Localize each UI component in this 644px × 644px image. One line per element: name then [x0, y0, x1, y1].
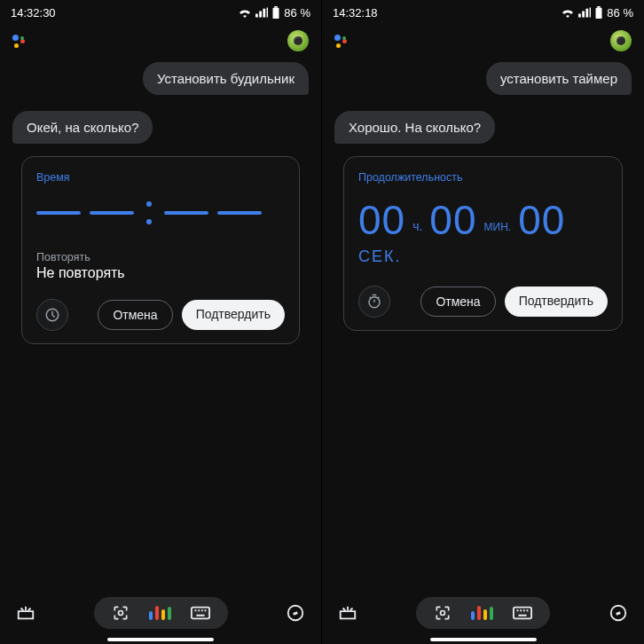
- duration-input[interactable]: 00 ч. 00 МИН. 00: [358, 196, 608, 244]
- assistant-header: [322, 25, 644, 57]
- explore-icon[interactable]: [609, 603, 628, 623]
- assistant-header: [0, 25, 321, 57]
- assistant-bubble: Хорошо. На сколько?: [334, 111, 495, 144]
- svg-rect-4: [191, 608, 208, 619]
- card-label: Время: [36, 171, 285, 184]
- svg-rect-10: [514, 608, 531, 619]
- voice-input-icon[interactable]: [149, 606, 171, 620]
- battery-icon: [271, 6, 280, 19]
- updates-icon[interactable]: [16, 603, 35, 623]
- updates-icon[interactable]: [338, 603, 357, 623]
- timer-app-icon[interactable]: [358, 286, 390, 318]
- svg-rect-6: [596, 8, 602, 19]
- svg-rect-0: [273, 8, 279, 19]
- keyboard-icon[interactable]: [191, 606, 210, 620]
- status-bar: 14:32:30 86 %: [0, 0, 321, 25]
- status-right: 86 %: [238, 6, 310, 20]
- battery-percent: 86 %: [284, 6, 310, 20]
- status-time: 14:32:18: [333, 6, 378, 20]
- hours-unit: ч.: [412, 219, 422, 233]
- time-input[interactable]: [36, 196, 285, 246]
- avatar[interactable]: [287, 30, 309, 51]
- svg-point-3: [118, 611, 122, 616]
- bottom-bar: [322, 587, 644, 644]
- timer-card: Продолжительность 00 ч. 00 МИН. 00 СЕК. …: [343, 156, 623, 331]
- wifi-icon: [561, 7, 575, 18]
- status-bar: 14:32:18 86 %: [322, 0, 644, 25]
- signal-icon: [255, 7, 268, 18]
- wifi-icon: [238, 7, 252, 18]
- input-pill: [416, 597, 550, 629]
- card-label: Продолжительность: [358, 171, 608, 184]
- confirm-button[interactable]: Подтвердить: [182, 300, 285, 330]
- phone-screen-timer: 14:32:18 86 % установить таймер Хорошо. …: [322, 0, 644, 644]
- home-indicator[interactable]: [430, 638, 537, 641]
- voice-input-icon[interactable]: [471, 606, 493, 620]
- battery-percent: 86 %: [607, 6, 633, 20]
- conversation: Установить будильник Окей, на сколько? В…: [0, 57, 321, 355]
- lens-icon[interactable]: [434, 604, 452, 622]
- assistant-bubble: Окей, на сколько?: [12, 111, 153, 144]
- input-pill: [94, 597, 228, 629]
- battery-icon: [594, 6, 603, 19]
- minutes-unit: МИН.: [484, 221, 512, 233]
- phone-screen-alarm: 14:32:30 86 % Установить будильник Окей,…: [0, 0, 322, 644]
- alarm-card: Время Повторять Не повторять Отмена Подт…: [21, 156, 300, 344]
- home-indicator[interactable]: [107, 638, 214, 641]
- avatar[interactable]: [610, 30, 632, 51]
- hours-digits[interactable]: 00: [358, 196, 405, 244]
- conversation: установить таймер Хорошо. На сколько? Пр…: [322, 57, 644, 342]
- minutes-digits[interactable]: 00: [429, 196, 476, 244]
- cancel-button[interactable]: Отмена: [420, 287, 495, 317]
- user-bubble: Установить будильник: [143, 62, 309, 95]
- repeat-value[interactable]: Не повторять: [36, 265, 285, 281]
- seconds-unit: СЕК.: [358, 247, 608, 266]
- seconds-digits[interactable]: 00: [518, 196, 565, 244]
- clock-app-icon[interactable]: [36, 299, 68, 331]
- status-time: 14:32:30: [11, 6, 56, 20]
- cancel-button[interactable]: Отмена: [98, 300, 172, 330]
- svg-rect-7: [598, 6, 601, 8]
- assistant-logo-icon: [12, 35, 24, 48]
- confirm-button[interactable]: Подтвердить: [505, 287, 608, 317]
- bottom-bar: [0, 587, 321, 644]
- signal-icon: [578, 7, 591, 18]
- keyboard-icon[interactable]: [513, 606, 532, 620]
- svg-rect-1: [275, 6, 279, 8]
- svg-point-9: [441, 611, 445, 616]
- lens-icon[interactable]: [112, 604, 130, 622]
- explore-icon[interactable]: [286, 603, 305, 623]
- assistant-logo-icon: [334, 35, 346, 48]
- user-bubble: установить таймер: [486, 62, 632, 95]
- status-right: 86 %: [561, 6, 633, 20]
- repeat-label: Повторять: [36, 251, 285, 263]
